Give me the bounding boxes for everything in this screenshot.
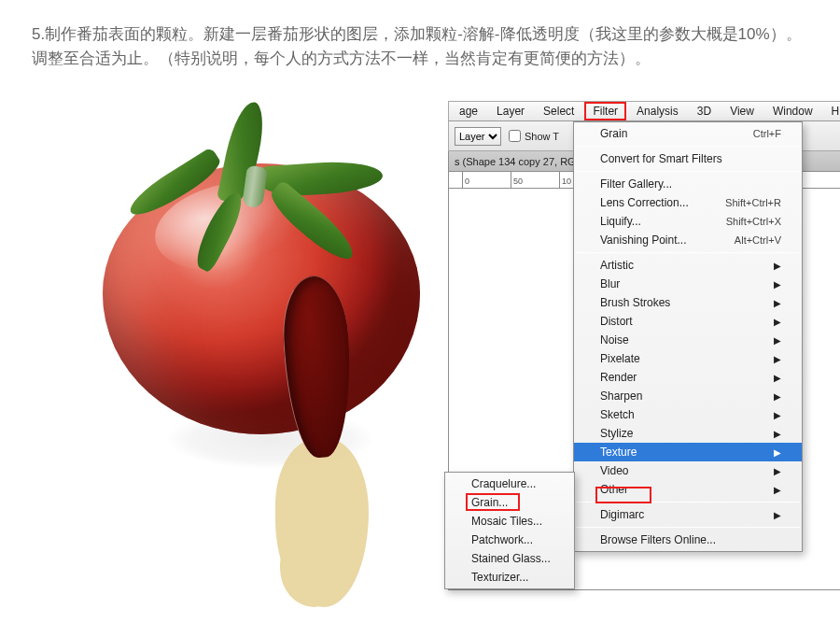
menu-separator xyxy=(576,502,800,503)
menu-separator xyxy=(576,146,800,147)
menu-label: Vanishing Point... xyxy=(600,234,687,247)
menu-label: Grain... xyxy=(471,496,508,509)
filter-sharpen[interactable]: Sharpen▶ xyxy=(574,387,802,405)
menu-label: Digimarc xyxy=(600,508,644,521)
filter-pixelate[interactable]: Pixelate▶ xyxy=(574,349,802,368)
submenu-arrow-icon: ▶ xyxy=(774,335,781,346)
show-transform-input[interactable] xyxy=(509,130,521,142)
menu-label: Distort xyxy=(600,315,633,328)
submenu-arrow-icon: ▶ xyxy=(774,373,781,383)
texture-stained-glass[interactable]: Stained Glass... xyxy=(445,549,574,568)
menu-label: Lens Correction... xyxy=(600,196,689,209)
submenu-arrow-icon: ▶ xyxy=(774,298,781,308)
menu-shortcut: Shift+Ctrl+R xyxy=(725,197,781,208)
texture-texturizer[interactable]: Texturizer... xyxy=(445,568,574,587)
filter-render[interactable]: Render▶ xyxy=(574,368,802,387)
menu-label: Texturizer... xyxy=(471,571,528,584)
filter-artistic[interactable]: Artistic▶ xyxy=(574,256,802,275)
filter-digimarc[interactable]: Digimarc▶ xyxy=(574,505,802,524)
menu-3d[interactable]: 3D xyxy=(689,103,720,120)
menu-label: Convert for Smart Filters xyxy=(600,152,722,165)
filter-lens-correction[interactable]: Lens Correction... Shift+Ctrl+R xyxy=(574,193,802,212)
show-transform-checkbox[interactable]: Show T xyxy=(509,130,559,142)
menu-filter[interactable]: Filter xyxy=(584,102,626,120)
ruler-tick: 50 xyxy=(511,172,523,189)
menu-separator xyxy=(576,171,800,172)
menu-view[interactable]: View xyxy=(721,103,763,120)
texture-submenu: Craquelure... Grain... Mosaic Tiles... P… xyxy=(444,472,575,589)
filter-sketch[interactable]: Sketch▶ xyxy=(574,405,802,424)
menu-label: Blur xyxy=(600,277,620,290)
menu-label: Mosaic Tiles... xyxy=(471,515,542,528)
menu-separator xyxy=(576,252,800,253)
ruler-tick: 10 xyxy=(559,172,571,189)
menu-label: Pixelate xyxy=(600,352,640,365)
submenu-arrow-icon: ▶ xyxy=(774,317,781,327)
menu-label: Grain xyxy=(600,127,627,140)
menu-label: Liquify... xyxy=(600,215,641,228)
show-transform-label: Show T xyxy=(525,131,559,142)
menu-shortcut: Shift+Ctrl+X xyxy=(726,216,781,227)
texture-grain[interactable]: Grain... xyxy=(445,493,574,512)
filter-noise[interactable]: Noise▶ xyxy=(574,331,802,349)
filter-dropdown: Grain Ctrl+F Convert for Smart Filters F… xyxy=(573,121,803,552)
submenu-arrow-icon: ▶ xyxy=(774,466,781,476)
menu-window[interactable]: Window xyxy=(764,103,821,120)
menu-image[interactable]: age xyxy=(451,103,486,120)
menu-analysis[interactable]: Analysis xyxy=(628,103,687,120)
menu-label: Patchwork... xyxy=(471,533,533,546)
menu-label: Browse Filters Online... xyxy=(600,533,716,546)
document-tab-label: s (Shape 134 copy 27, RG xyxy=(455,156,576,167)
filter-other[interactable]: Other▶ xyxy=(574,480,802,499)
filter-vanishing-point[interactable]: Vanishing Point... Alt+Ctrl+V xyxy=(574,231,802,249)
menu-shortcut: Alt+Ctrl+V xyxy=(735,234,781,246)
texture-mosaic-tiles[interactable]: Mosaic Tiles... xyxy=(445,512,574,531)
menu-label: Video xyxy=(600,464,628,477)
menu-label: Noise xyxy=(600,333,629,347)
menu-label: Other xyxy=(600,483,628,496)
filter-gallery[interactable]: Filter Gallery... xyxy=(574,175,802,193)
filter-brush-strokes[interactable]: Brush Strokes▶ xyxy=(574,293,802,312)
filter-blur[interactable]: Blur▶ xyxy=(574,275,802,293)
submenu-arrow-icon: ▶ xyxy=(774,410,781,420)
filter-last-grain[interactable]: Grain Ctrl+F xyxy=(574,124,802,143)
submenu-arrow-icon: ▶ xyxy=(774,510,781,520)
menu-label: Artistic xyxy=(600,259,634,272)
menu-label: Sketch xyxy=(600,408,635,421)
instruction-text: 5.制作番茄表面的颗粒。新建一层番茄形状的图层，添加颗粒-溶解-降低透明度（我这… xyxy=(32,22,812,70)
menu-help[interactable]: H xyxy=(823,103,840,120)
filter-texture[interactable]: Texture▶ xyxy=(574,443,802,461)
texture-craquelure[interactable]: Craquelure... xyxy=(445,474,574,493)
filter-convert-smart[interactable]: Convert for Smart Filters xyxy=(574,149,802,168)
menu-label: Sharpen xyxy=(600,389,642,403)
submenu-arrow-icon: ▶ xyxy=(774,354,781,364)
submenu-arrow-icon: ▶ xyxy=(774,261,781,271)
menu-select[interactable]: Select xyxy=(535,103,582,120)
photoshop-panel: age Layer Select Filter Analysis 3D View… xyxy=(448,101,840,590)
menu-label: Filter Gallery... xyxy=(600,177,672,191)
texture-patchwork[interactable]: Patchwork... xyxy=(445,531,574,549)
filter-video[interactable]: Video▶ xyxy=(574,461,802,480)
tomato-body xyxy=(103,163,420,434)
menu-label: Render xyxy=(600,371,637,384)
submenu-arrow-icon: ▶ xyxy=(774,391,781,402)
menu-label: Stained Glass... xyxy=(471,552,551,565)
filter-stylize[interactable]: Stylize▶ xyxy=(574,424,802,443)
tomato-illustration xyxy=(56,112,429,570)
menu-shortcut: Ctrl+F xyxy=(753,128,781,139)
submenu-arrow-icon: ▶ xyxy=(774,279,781,290)
menu-layer[interactable]: Layer xyxy=(488,103,533,120)
menu-label: Brush Strokes xyxy=(600,296,670,309)
menu-label: Texture xyxy=(600,446,637,459)
filter-distort[interactable]: Distort▶ xyxy=(574,312,802,331)
submenu-arrow-icon: ▶ xyxy=(774,485,781,495)
submenu-arrow-icon: ▶ xyxy=(774,447,781,458)
layer-mode-select[interactable]: Layer xyxy=(455,127,501,146)
ruler-tick: 0 xyxy=(462,172,469,189)
filter-browse-online[interactable]: Browse Filters Online... xyxy=(574,531,802,549)
filter-liquify[interactable]: Liquify... Shift+Ctrl+X xyxy=(574,212,802,231)
submenu-arrow-icon: ▶ xyxy=(774,429,781,439)
menubar[interactable]: age Layer Select Filter Analysis 3D View… xyxy=(448,101,840,121)
menu-label: Stylize xyxy=(600,427,633,440)
menu-label: Craquelure... xyxy=(471,477,536,490)
